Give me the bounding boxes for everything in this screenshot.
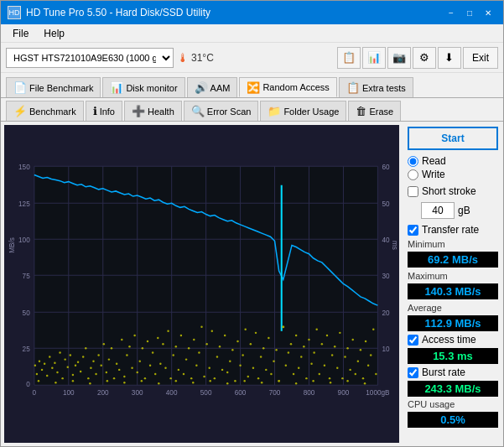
tab-folder-usage[interactable]: 📁 Folder Usage [260, 101, 346, 121]
svg-point-93 [152, 351, 153, 353]
main-content: 150 125 100 75 50 25 0 60 50 40 30 20 10… [1, 122, 503, 446]
svg-point-86 [133, 335, 135, 336]
tab-disk-monitor[interactable]: 📊 Disk monitor [102, 77, 184, 97]
svg-point-58 [61, 377, 63, 379]
svg-point-117 [214, 377, 216, 379]
svg-point-66 [82, 356, 84, 357]
tab-error-scan[interactable]: 🔍 Error Scan [184, 101, 259, 121]
tab-info[interactable]: ℹ Info [86, 101, 122, 121]
stroke-input[interactable] [421, 202, 455, 219]
svg-point-74 [103, 343, 105, 345]
svg-point-130 [247, 376, 249, 377]
transfer-rate-checkbox[interactable] [408, 225, 418, 236]
svg-point-168 [346, 347, 348, 349]
svg-point-64 [77, 361, 79, 362]
svg-point-144 [285, 365, 287, 366]
title-bar-left: HD HD Tune Pro 5.50 - Hard Disk/SSD Util… [8, 6, 210, 19]
menu-file[interactable]: File [6, 26, 35, 40]
svg-point-61 [70, 354, 71, 356]
random-access-icon: 🔀 [247, 81, 260, 94]
svg-text:1000gB: 1000gB [366, 389, 390, 397]
access-time-value: 15.3 ms [408, 348, 498, 364]
write-radio-label[interactable]: Write [408, 169, 498, 180]
svg-point-67 [85, 347, 86, 349]
svg-point-166 [341, 377, 343, 379]
svg-point-49 [39, 360, 40, 361]
tab-extra-tests[interactable]: 📋 Extra tests [339, 77, 413, 97]
svg-text:50: 50 [382, 200, 391, 208]
svg-point-70 [92, 360, 94, 361]
tab-health[interactable]: ➕ Health [124, 101, 182, 121]
svg-point-107 [188, 347, 190, 349]
tab-random-access-label: Random Access [262, 82, 329, 92]
svg-point-186 [141, 380, 143, 382]
tab-folder-usage-label: Folder Usage [283, 107, 339, 117]
svg-point-122 [226, 372, 228, 373]
nav-tabs-row2: ⚡ Benchmark ℹ Info ➕ Health 🔍 Error Scan… [1, 98, 503, 122]
svg-point-128 [242, 354, 243, 356]
svg-point-183 [89, 382, 91, 384]
svg-point-152 [305, 377, 307, 379]
svg-point-82 [123, 376, 125, 377]
svg-point-102 [175, 346, 177, 347]
svg-point-193 [261, 382, 262, 383]
drive-select[interactable]: HGST HTS721010A9E630 (1000 gB) [6, 48, 174, 68]
svg-point-60 [67, 366, 69, 368]
maximize-button[interactable]: □ [461, 6, 478, 19]
tab-aam[interactable]: 🔊 AAM [187, 77, 238, 97]
access-time-checkbox[interactable] [408, 335, 418, 346]
svg-text:MB/s: MB/s [8, 237, 16, 253]
svg-point-94 [154, 373, 156, 375]
svg-point-87 [136, 372, 138, 373]
burst-rate-checkbox[interactable] [408, 367, 418, 378]
toolbar-icon-5[interactable]: ⬇ [438, 47, 461, 69]
write-radio[interactable] [408, 169, 418, 180]
svg-point-146 [290, 343, 292, 345]
window-controls: − □ ✕ [443, 6, 496, 19]
tab-extra-tests-label: Extra tests [362, 83, 406, 93]
svg-point-188 [175, 380, 177, 382]
svg-point-191 [226, 382, 228, 384]
svg-point-89 [142, 347, 143, 349]
svg-point-143 [282, 325, 284, 328]
svg-point-85 [131, 367, 132, 369]
temperature-display: 🌡 31°C [177, 51, 214, 65]
menu-help[interactable]: Help [37, 26, 71, 40]
start-button[interactable]: Start [408, 127, 498, 150]
svg-point-68 [87, 377, 89, 379]
svg-point-167 [344, 356, 346, 357]
average-value: 112.9 MB/s [408, 315, 498, 331]
tab-benchmark[interactable]: ⚡ Benchmark [6, 101, 84, 121]
svg-point-178 [372, 329, 374, 330]
svg-point-177 [370, 354, 372, 356]
svg-point-175 [365, 340, 366, 342]
svg-point-196 [312, 380, 314, 382]
short-stroke-checkbox[interactable] [408, 186, 418, 197]
toolbar-icon-1[interactable]: 📋 [337, 47, 361, 69]
menu-bar: File Help [1, 24, 503, 43]
read-radio-label[interactable]: Read [408, 155, 498, 167]
svg-point-136 [262, 347, 264, 349]
minimize-button[interactable]: − [443, 6, 460, 19]
aam-icon: 🔊 [195, 81, 208, 94]
svg-point-110 [195, 365, 197, 366]
exit-button[interactable]: Exit [463, 47, 498, 69]
tab-random-access[interactable]: 🔀 Random Access [239, 77, 336, 97]
svg-point-189 [192, 382, 194, 383]
svg-text:800: 800 [304, 389, 315, 397]
toolbar-icon-2[interactable]: 📊 [362, 47, 386, 69]
tab-file-benchmark[interactable]: 📄 File Benchmark [6, 77, 101, 97]
toolbar-icon-4[interactable]: ⚙ [413, 47, 436, 69]
chart-area: 150 125 100 75 50 25 0 60 50 40 30 20 10… [4, 125, 399, 443]
svg-point-108 [190, 377, 192, 379]
window-title: HD Tune Pro 5.50 - Hard Disk/SSD Utility [26, 7, 210, 18]
nav-tabs-row1: 📄 File Benchmark 📊 Disk monitor 🔊 AAM 🔀 … [1, 75, 503, 98]
tab-erase[interactable]: 🗑 Erase [348, 101, 401, 121]
read-radio[interactable] [408, 156, 418, 167]
error-scan-icon: 🔍 [191, 105, 205, 117]
toolbar-icon-3[interactable]: 📷 [387, 47, 411, 69]
tab-erase-label: Erase [369, 107, 393, 117]
close-button[interactable]: ✕ [480, 6, 496, 19]
benchmark-icon: ⚡ [13, 105, 27, 117]
svg-point-137 [265, 369, 267, 371]
